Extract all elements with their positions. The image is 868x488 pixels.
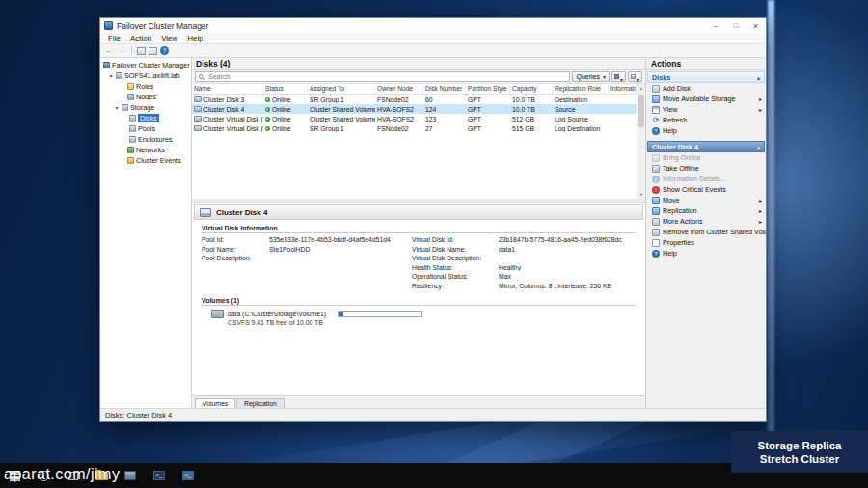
table-row-selected[interactable]: Cluster Disk 4 Online Cluster Shared Vol… <box>192 104 637 114</box>
action-view[interactable]: View <box>646 104 766 115</box>
search-row: Queries <box>192 70 645 84</box>
server-manager-button[interactable] <box>116 463 145 488</box>
scrollbar-thumb[interactable] <box>638 95 644 127</box>
powershell-button[interactable] <box>145 463 174 488</box>
action-show-critical-events[interactable]: Show Critical Events <box>646 184 766 195</box>
actions-section-cluster-disk-4-header[interactable]: Cluster Disk 4 <box>647 141 765 152</box>
disks-table: Name Status Assigned To Owner Node Disk … <box>192 84 645 200</box>
table-row[interactable]: Cluster Disk 3 Online SR Group 1 FSNode0… <box>192 95 637 104</box>
tree-item-networks[interactable]: Networks <box>100 145 191 155</box>
action-take-offline[interactable]: Take Offline <box>646 163 766 174</box>
detail-pane: Cluster Disk 4 Virtual Disk Information … <box>192 203 645 408</box>
tree-item-pools[interactable]: Pools <box>100 123 191 134</box>
cell-owner-node: FSNode02 <box>375 96 423 103</box>
field-row: Resiliency: Mirror, Columns: 8 , Interle… <box>412 283 636 292</box>
field-value: Healthy <box>499 264 636 271</box>
expand-collapse-icon[interactable] <box>108 73 114 79</box>
show-console-tree-icon[interactable] <box>137 47 146 55</box>
wallpaper-light-beam <box>768 0 774 488</box>
field-row: Virtual Disk Id: 23b1847b-5775-4816-aa45… <box>412 236 636 246</box>
save-query-button[interactable] <box>611 71 626 82</box>
close-button[interactable] <box>746 18 766 33</box>
menu-help[interactable]: Help <box>182 34 207 42</box>
queries-dropdown[interactable]: Queries <box>572 71 610 82</box>
menu-view[interactable]: View <box>156 34 182 42</box>
tree-item-storage[interactable]: Storage <box>100 102 191 113</box>
action-help-2[interactable]: Help <box>646 248 766 258</box>
menu-bar: File Action View Help <box>100 33 766 44</box>
volume-icon <box>211 310 224 318</box>
detail-title: Cluster Disk 4 <box>216 208 267 217</box>
action-help[interactable]: Help <box>646 125 766 136</box>
action-replication[interactable]: Replication <box>646 205 766 216</box>
tree-item-failover-cluster-manager[interactable]: Failover Cluster Manager <box>100 60 191 70</box>
cell-status: Online <box>263 96 308 103</box>
tree-item-enclosures[interactable]: Enclosures <box>100 134 191 145</box>
action-label: More Actions <box>663 217 703 226</box>
tree-label: SOFS41.axilift.lab <box>124 71 180 80</box>
action-remove-from-csv[interactable]: Remove from Cluster Shared Volumes <box>646 227 766 237</box>
tree-item-disks[interactable]: Disks <box>100 113 191 123</box>
cell-name: Cluster Virtual Disk (c) <box>192 116 263 122</box>
minimize-button[interactable] <box>705 18 725 33</box>
cell-assigned-to: SR Group 1 <box>308 125 375 132</box>
tree-label: Failover Cluster Manager <box>112 61 190 69</box>
maximize-button[interactable] <box>725 18 746 33</box>
move-icon <box>652 197 660 204</box>
column-header-name[interactable]: Name <box>192 84 263 94</box>
expand-collapse-icon[interactable] <box>114 105 120 111</box>
tab-replication[interactable]: Replication <box>236 398 285 408</box>
forward-icon[interactable] <box>117 45 126 56</box>
table-row[interactable]: Cluster Virtual Disk (d) Online SR Group… <box>192 123 637 133</box>
tree-item-roles[interactable]: Roles <box>100 81 191 92</box>
search-input[interactable] <box>206 72 566 81</box>
table-row[interactable]: Cluster Virtual Disk (c) Online Cluster … <box>192 114 637 123</box>
field-row: Pool Id: 535e333e-117e-4b53-bbdf-d4af5e4… <box>202 236 412 246</box>
action-label: Replication <box>663 206 697 215</box>
volume-item[interactable]: data (C:\ClusterStorage\Volume1) <box>202 310 636 318</box>
action-move[interactable]: Move <box>646 195 766 205</box>
search-box[interactable] <box>195 71 570 82</box>
title-bar[interactable]: Failover Cluster Manager <box>100 18 766 33</box>
disk-icon <box>194 96 202 102</box>
export-list-icon[interactable] <box>149 47 157 55</box>
powershell-ise-button[interactable] <box>174 463 203 488</box>
scroll-up-icon[interactable] <box>637 84 645 93</box>
query-options-button[interactable] <box>628 71 642 82</box>
column-header-capacity[interactable]: Capacity <box>510 84 553 94</box>
tree-item-nodes[interactable]: Nodes <box>100 92 191 102</box>
menu-action[interactable]: Action <box>125 34 156 42</box>
remove-from-csv-icon <box>652 229 660 236</box>
cell-replication-role: Log Destination <box>553 125 609 132</box>
action-label: Move Available Storage <box>663 95 735 103</box>
help-icon[interactable] <box>160 46 169 55</box>
vertical-scrollbar[interactable] <box>637 84 645 199</box>
chevron-down-icon <box>637 68 639 86</box>
column-header-disk-number[interactable]: Disk Number <box>423 84 466 94</box>
action-move-available-storage[interactable]: Move Available Storage <box>646 94 766 104</box>
virtual-disk-information-title: Virtual Disk Information <box>202 225 636 233</box>
menu-file[interactable]: File <box>103 34 125 42</box>
column-header-owner-node[interactable]: Owner Node <box>375 84 423 94</box>
action-refresh[interactable]: Refresh <box>646 115 766 125</box>
disks-icon <box>129 115 136 122</box>
back-icon[interactable] <box>104 45 114 56</box>
column-header-partition-style[interactable]: Partition Style <box>466 84 510 94</box>
column-header-status[interactable]: Status <box>263 84 308 94</box>
scroll-down-icon[interactable] <box>637 190 645 199</box>
action-add-disk[interactable]: Add Disk <box>646 83 766 94</box>
tree-item-cluster-events[interactable]: Cluster Events <box>100 155 191 166</box>
disks-count-label: Disks (4) <box>196 59 230 68</box>
tree-item-cluster[interactable]: SOFS41.axilift.lab <box>100 70 191 81</box>
scrollbar-track[interactable] <box>637 93 645 190</box>
tab-volumes[interactable]: Volumes <box>195 398 235 408</box>
column-header-replication-role[interactable]: Replication Role <box>553 84 609 94</box>
pools-icon <box>129 125 136 132</box>
column-header-assigned-to[interactable]: Assigned To <box>308 84 375 94</box>
action-more-actions[interactable]: More Actions <box>646 216 766 227</box>
actions-section-disks-header[interactable]: Disks <box>647 71 765 83</box>
column-header-information[interactable]: Information <box>609 84 637 94</box>
action-properties[interactable]: Properties <box>646 237 766 248</box>
help-icon <box>652 127 660 135</box>
cell-assigned-to: Cluster Shared Volume <box>308 106 375 113</box>
